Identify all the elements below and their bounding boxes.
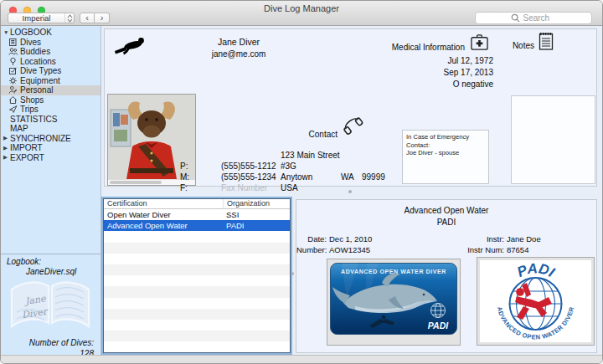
date-label: Date: [296,233,327,244]
stepper-icon [64,13,74,23]
sidebar-item-shops[interactable]: Shops [1,95,100,105]
back-button[interactable] [80,13,95,23]
disclosure-triangle[interactable] [3,29,10,35]
emergency-contact-line1: In Case of Emergency Contact: [406,133,485,149]
table-row-empty [104,320,290,331]
table-splitter-handle[interactable] [291,272,294,275]
date-value[interactable]: Dec 1, 2010 [329,234,372,244]
disclosure-triangle[interactable] [3,154,10,161]
personal-icon [8,85,20,95]
notes-label: Notes [486,41,534,50]
column-header-certification[interactable]: Certification [104,199,223,208]
cell-certification: Advanced Open Water [104,221,223,230]
medical-exam-date[interactable]: Sep 17, 2013 [373,67,493,79]
forward-button[interactable] [95,13,110,23]
personal-panel: Jane Diver jane@me.com Medical Informati… [104,28,597,187]
sidebar-item-statistics[interactable]: STATISTICS [1,115,100,125]
sidebar-item-dive-types[interactable]: Dive Types [1,66,100,76]
table-row[interactable]: Advanced Open WaterPADI [104,220,290,231]
medical-information-label: Medical Information [356,43,465,52]
sidebar-item-map[interactable]: MAP [1,124,100,134]
certification-detail-panel: Advanced Open Water PADI Date:Dec 1, 201… [296,199,597,353]
shops-icon [8,95,20,105]
number-value[interactable]: AOW12345 [329,245,370,254]
sidebar-item-label: Dive Types [20,66,61,75]
locations-icon [8,57,20,66]
birth-date[interactable]: Jul 12, 1972 [373,55,493,67]
contact-label: Contact [281,130,338,139]
phone-label: P: [180,161,221,172]
logbook-info: Logbook: JaneDiver.sql [1,254,100,355]
phone-icon [343,115,365,140]
dive-types-icon [8,66,20,75]
number-label: Number: [296,244,327,255]
table-row-empty [104,331,290,341]
app-window: Dive Log Manager Imperial LOGBOOKDivesBu… [0,0,603,364]
cell-organization: SSI [223,210,290,219]
card-front-brand: PADI [428,320,449,331]
instructor-value[interactable]: Jane Doe [507,234,541,244]
table-row[interactable]: Open Water DiverSSI [104,209,290,220]
emergency-contact-box[interactable]: In Case of Emergency Contact: Joe Diver … [402,130,489,184]
table-row-empty [104,341,290,352]
address-city[interactable]: Anytown [281,172,312,182]
fax-field[interactable]: Fax Number [221,183,267,192]
sidebar-item-personal[interactable]: Personal [1,85,100,95]
instructor-num-value[interactable]: 87654 [507,245,528,254]
search-field[interactable] [475,12,592,24]
trips-icon [8,105,20,114]
address-zip[interactable]: 99999 [362,172,385,182]
logbook-label: Logbook: [7,257,41,266]
table-row-empty [104,275,290,286]
certification-card-back[interactable]: PADI ADVANCED OPEN WATER DIVER [477,257,595,346]
sidebar-item-label: LOGBOOK [10,28,52,37]
certification-organization: PADI [296,218,596,227]
cell-certification: Open Water Diver [104,210,223,219]
sidebar-item-buddies[interactable]: Buddies [1,47,100,57]
sidebar-item-import[interactable]: IMPORT [1,143,100,153]
buddies-icon [8,47,20,56]
sidebar: LOGBOOKDivesBuddiesLocationsDive TypesEq… [1,26,101,355]
notes-textarea[interactable] [511,95,595,184]
phone-field[interactable]: (555)555-1212 [221,161,276,171]
dives-icon [8,38,20,47]
sidebar-item-export[interactable]: EXPORT [1,153,100,163]
address-line2[interactable]: #3G [281,161,406,172]
sidebar-item-logbook[interactable]: LOGBOOK [1,28,100,38]
sidebar-item-label: MAP [10,124,28,133]
logbook-illustration: Jane Diver [3,273,97,338]
sidebar-item-label: STATISTICS [10,115,57,124]
sidebar-item-label: Locations [20,57,56,66]
mobile-label: M: [180,172,221,182]
notepad-icon [539,31,554,53]
mobile-field[interactable]: (555)555-1234 [221,172,276,182]
diver-email[interactable]: jane@me.com [138,49,339,59]
sidebar-item-dives[interactable]: Dives [1,38,100,48]
instructor-label: Instr: [397,233,504,244]
address-state[interactable]: WA [341,172,354,182]
diver-name[interactable]: Jane Diver [138,37,339,47]
disclosure-triangle[interactable] [3,145,10,151]
address-line1[interactable]: 123 Main Street [281,150,406,161]
disclosure-triangle[interactable] [3,135,10,141]
sidebar-item-label: Equipment [20,76,60,85]
table-row-empty [104,243,290,254]
search-input[interactable] [523,13,557,23]
address-country[interactable]: USA [281,182,406,193]
blood-type[interactable]: O negative [373,79,493,90]
splitter-handle[interactable] [348,190,352,193]
sidebar-item-trips[interactable]: Trips [1,105,100,115]
sidebar-item-synchronize[interactable]: SYNCHRONIZE [1,134,100,144]
sidebar-item-equipment[interactable]: Equipment [1,76,100,86]
certification-card-front[interactable]: ADVANCED OPEN WATER DIVER PADI [327,259,461,346]
fax-label: F: [180,182,221,193]
units-value: Imperial [8,13,64,23]
certifications-table: CertificationOrganization Open Water Div… [103,198,291,353]
column-header-organization[interactable]: Organization [223,199,290,208]
table-row-empty [104,309,290,320]
card-front-title: ADVANCED OPEN WATER DIVER [341,269,446,274]
table-row-empty [104,298,290,309]
units-dropdown[interactable]: Imperial [8,13,75,23]
sidebar-item-locations[interactable]: Locations [1,57,100,67]
window-bottom-bar [1,355,602,364]
